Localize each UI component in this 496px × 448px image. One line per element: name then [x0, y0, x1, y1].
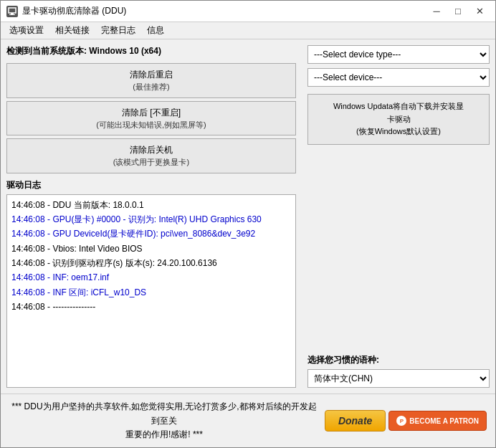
clean-no-reboot-button[interactable]: 清除后 [不重启] (可能出现未知错误,例如黑屏等) — [6, 101, 296, 136]
menu-options[interactable]: 选项设置 — [4, 23, 49, 38]
language-section: 选择您习惯的语种: 简体中文(CHN)EnglishJapanese — [307, 354, 490, 388]
patron-button[interactable]: P BECOME A PATRON — [388, 411, 487, 431]
log-line: 14:46:08 - 识别到驱动程序(s) 版本(s): 24.20.100.6… — [11, 256, 291, 270]
minimize-button[interactable]: ─ — [426, 4, 447, 19]
window-controls: ─ □ ✕ — [426, 4, 490, 19]
footer-line2: 重要的作用!感谢! *** — [9, 428, 319, 442]
footer-text: *** DDU为用户坚持的共享软件,如您觉得实用,无论打赏多少,都将对后续的开发… — [9, 400, 319, 442]
log-line: 14:46:08 - GPU DeviceId(显卡硬件ID): pci\ven… — [11, 227, 291, 241]
log-line: 14:46:08 - Vbios: Intel Video BIOS — [11, 242, 291, 256]
app-icon — [6, 6, 18, 17]
patron-label: BECOME A PATRON — [409, 417, 479, 425]
device-type-wrapper: ---Select device type---GPUAudio — [307, 45, 490, 64]
menu-bar: 选项设置 相关链接 完整日志 信息 — [1, 22, 495, 39]
menu-info[interactable]: 信息 — [141, 23, 170, 38]
main-content: 检测到当前系统版本: Windows 10 (x64) 清除后重启 (最佳推荐)… — [1, 39, 495, 394]
spacer — [307, 149, 490, 351]
driver-log[interactable]: 14:46:08 - DDU 当前版本: 18.0.0.1 14:46:08 -… — [6, 194, 296, 389]
menu-links[interactable]: 相关链接 — [49, 23, 95, 38]
svg-rect-2 — [9, 14, 15, 15]
log-line: 14:46:08 - INF 区间: iCFL_w10_DS — [11, 285, 291, 300]
language-select[interactable]: 简体中文(CHN)EnglishJapanese — [307, 369, 490, 388]
maximize-button[interactable]: □ — [448, 4, 468, 19]
patron-icon: P — [396, 416, 406, 426]
system-version-label: 检测到当前系统版本: Windows 10 (x64) — [6, 45, 296, 57]
device-wrapper: ---Select device--- — [307, 68, 490, 87]
language-wrapper: 简体中文(CHN)EnglishJapanese — [307, 369, 490, 388]
language-label: 选择您习惯的语种: — [307, 354, 490, 366]
window-title: 显卡驱动彻底清除器 (DDU) — [22, 5, 426, 17]
close-button[interactable]: ✕ — [469, 4, 490, 19]
log-line: 14:46:08 - --------------- — [11, 300, 291, 314]
left-panel: 检测到当前系统版本: Windows 10 (x64) 清除后重启 (最佳推荐)… — [1, 39, 302, 394]
title-bar: 显卡驱动彻底清除器 (DDU) ─ □ ✕ — [1, 1, 495, 22]
log-line: 14:46:08 - GPU(显卡) #0000 - 识别为: Intel(R)… — [11, 212, 291, 227]
log-line: 14:46:08 - INF: oem17.inf — [11, 270, 291, 285]
donate-area: Donate P BECOME A PATRON — [325, 410, 487, 432]
svg-rect-0 — [9, 8, 16, 13]
menu-full-log[interactable]: 完整日志 — [95, 23, 141, 38]
device-type-select[interactable]: ---Select device type---GPUAudio — [307, 45, 490, 64]
windows-update-button[interactable]: Windows Updata将自动下载并安装显 卡驱动 (恢复Windows默认… — [307, 94, 490, 145]
log-line: 14:46:08 - DDU 当前版本: 18.0.0.1 — [11, 198, 291, 212]
footer: *** DDU为用户坚持的共享软件,如您觉得实用,无论打赏多少,都将对后续的开发… — [1, 394, 495, 447]
svg-rect-1 — [11, 13, 14, 14]
clean-reboot-button[interactable]: 清除后重启 (最佳推荐) — [6, 63, 296, 98]
right-panel: ---Select device type---GPUAudio ---Sele… — [302, 39, 495, 394]
donate-button[interactable]: Donate — [325, 410, 386, 432]
main-window: 显卡驱动彻底清除器 (DDU) ─ □ ✕ 选项设置 相关链接 完整日志 信息 … — [0, 0, 496, 448]
footer-line1: *** DDU为用户坚持的共享软件,如您觉得实用,无论打赏多少,都将对后续的开发… — [9, 400, 319, 427]
device-select[interactable]: ---Select device--- — [307, 68, 490, 87]
log-section-title: 驱动日志 — [6, 179, 296, 191]
clean-shutdown-button[interactable]: 清除后关机 (该模式用于更换显卡) — [6, 138, 296, 173]
